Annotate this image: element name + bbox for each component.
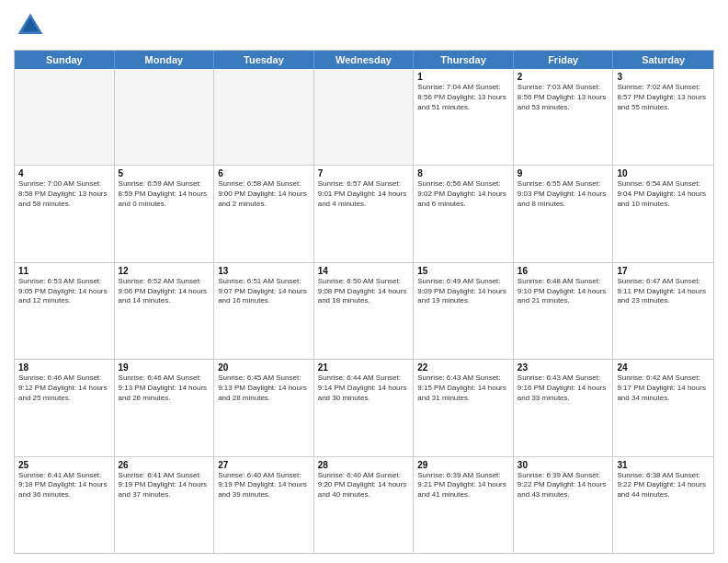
- day-info: Sunrise: 6:40 AM Sunset: 9:20 PM Dayligh…: [318, 471, 410, 500]
- day-info: Sunrise: 6:41 AM Sunset: 9:19 PM Dayligh…: [119, 471, 210, 500]
- day-cell-10: 10Sunrise: 6:54 AM Sunset: 9:04 PM Dayli…: [613, 166, 713, 261]
- day-info: Sunrise: 6:45 AM Sunset: 9:13 PM Dayligh…: [218, 373, 310, 403]
- day-number: 9: [518, 168, 609, 178]
- day-cell-22: 22Sunrise: 6:43 AM Sunset: 9:15 PM Dayli…: [414, 360, 514, 455]
- logo: [14, 9, 51, 42]
- day-number: 3: [617, 72, 710, 82]
- day-header-tuesday: Tuesday: [214, 51, 314, 69]
- day-header-thursday: Thursday: [414, 51, 514, 69]
- day-cell-11: 11Sunrise: 6:53 AM Sunset: 9:05 PM Dayli…: [15, 263, 115, 359]
- day-info: Sunrise: 7:02 AM Sunset: 8:57 PM Dayligh…: [617, 83, 710, 112]
- day-number: 20: [218, 362, 310, 373]
- week-row-5: 25Sunrise: 6:41 AM Sunset: 9:18 PM Dayli…: [15, 457, 713, 553]
- day-cell-24: 24Sunrise: 6:42 AM Sunset: 9:17 PM Dayli…: [613, 360, 713, 455]
- day-number: 14: [318, 266, 410, 276]
- day-number: 24: [617, 362, 710, 373]
- day-info: Sunrise: 6:53 AM Sunset: 9:05 PM Dayligh…: [18, 277, 110, 306]
- header: [14, 9, 714, 42]
- day-info: Sunrise: 6:40 AM Sunset: 9:19 PM Dayligh…: [218, 471, 310, 500]
- day-number: 28: [318, 460, 410, 470]
- day-number: 1: [417, 72, 509, 82]
- day-cell-29: 29Sunrise: 6:39 AM Sunset: 9:21 PM Dayli…: [414, 457, 514, 553]
- day-info: Sunrise: 6:46 AM Sunset: 9:12 PM Dayligh…: [18, 373, 110, 403]
- day-info: Sunrise: 7:00 AM Sunset: 8:58 PM Dayligh…: [18, 179, 110, 209]
- day-number: 5: [119, 168, 210, 178]
- day-cell-25: 25Sunrise: 6:41 AM Sunset: 9:18 PM Dayli…: [15, 457, 115, 553]
- day-number: 12: [119, 266, 210, 276]
- day-cell-7: 7Sunrise: 6:57 AM Sunset: 9:01 PM Daylig…: [314, 166, 415, 261]
- day-info: Sunrise: 6:50 AM Sunset: 9:08 PM Dayligh…: [318, 277, 410, 306]
- day-info: Sunrise: 6:44 AM Sunset: 9:14 PM Dayligh…: [318, 373, 410, 403]
- day-cell-14: 14Sunrise: 6:50 AM Sunset: 9:08 PM Dayli…: [314, 263, 415, 359]
- day-info: Sunrise: 6:47 AM Sunset: 9:11 PM Dayligh…: [617, 277, 710, 306]
- day-info: Sunrise: 6:43 AM Sunset: 9:16 PM Dayligh…: [518, 373, 609, 403]
- day-header-sunday: Sunday: [15, 51, 115, 69]
- day-info: Sunrise: 6:39 AM Sunset: 9:21 PM Dayligh…: [417, 471, 509, 500]
- day-info: Sunrise: 6:43 AM Sunset: 9:15 PM Dayligh…: [417, 373, 509, 403]
- day-number: 31: [617, 460, 710, 470]
- calendar-body: 1Sunrise: 7:04 AM Sunset: 8:56 PM Daylig…: [15, 69, 713, 553]
- day-cell-13: 13Sunrise: 6:51 AM Sunset: 9:07 PM Dayli…: [214, 263, 314, 359]
- day-info: Sunrise: 6:58 AM Sunset: 9:00 PM Dayligh…: [218, 179, 310, 209]
- day-number: 27: [218, 460, 310, 470]
- day-info: Sunrise: 6:38 AM Sunset: 9:22 PM Dayligh…: [617, 471, 710, 500]
- calendar: SundayMondayTuesdayWednesdayThursdayFrid…: [14, 50, 714, 554]
- day-cell-17: 17Sunrise: 6:47 AM Sunset: 9:11 PM Dayli…: [613, 263, 713, 359]
- day-cell-27: 27Sunrise: 6:40 AM Sunset: 9:19 PM Dayli…: [214, 457, 314, 553]
- day-info: Sunrise: 6:42 AM Sunset: 9:17 PM Dayligh…: [617, 373, 710, 403]
- empty-cell: [115, 69, 215, 165]
- day-number: 17: [617, 266, 710, 276]
- day-info: Sunrise: 6:46 AM Sunset: 9:13 PM Dayligh…: [119, 373, 210, 403]
- calendar-header: SundayMondayTuesdayWednesdayThursdayFrid…: [15, 51, 713, 69]
- week-row-3: 11Sunrise: 6:53 AM Sunset: 9:05 PM Dayli…: [15, 263, 713, 360]
- day-number: 23: [518, 362, 609, 373]
- day-info: Sunrise: 6:49 AM Sunset: 9:09 PM Dayligh…: [417, 277, 509, 306]
- day-info: Sunrise: 6:41 AM Sunset: 9:18 PM Dayligh…: [18, 471, 110, 500]
- day-header-saturday: Saturday: [613, 51, 713, 69]
- day-cell-26: 26Sunrise: 6:41 AM Sunset: 9:19 PM Dayli…: [115, 457, 215, 553]
- week-row-4: 18Sunrise: 6:46 AM Sunset: 9:12 PM Dayli…: [15, 360, 713, 456]
- day-info: Sunrise: 6:52 AM Sunset: 9:06 PM Dayligh…: [119, 277, 210, 306]
- day-number: 13: [218, 266, 310, 276]
- day-number: 11: [18, 266, 110, 276]
- page: SundayMondayTuesdayWednesdayThursdayFrid…: [0, 0, 728, 563]
- day-cell-12: 12Sunrise: 6:52 AM Sunset: 9:06 PM Dayli…: [115, 263, 215, 359]
- day-info: Sunrise: 6:48 AM Sunset: 9:10 PM Dayligh…: [518, 277, 609, 306]
- day-cell-18: 18Sunrise: 6:46 AM Sunset: 9:12 PM Dayli…: [15, 360, 115, 455]
- day-number: 10: [617, 168, 710, 178]
- day-number: 6: [218, 168, 310, 178]
- empty-cell: [15, 69, 115, 165]
- day-info: Sunrise: 6:54 AM Sunset: 9:04 PM Dayligh…: [617, 179, 710, 209]
- week-row-1: 1Sunrise: 7:04 AM Sunset: 8:56 PM Daylig…: [15, 69, 713, 166]
- day-cell-16: 16Sunrise: 6:48 AM Sunset: 9:10 PM Dayli…: [514, 263, 614, 359]
- day-cell-30: 30Sunrise: 6:39 AM Sunset: 9:22 PM Dayli…: [514, 457, 614, 553]
- day-cell-20: 20Sunrise: 6:45 AM Sunset: 9:13 PM Dayli…: [214, 360, 314, 455]
- day-info: Sunrise: 7:03 AM Sunset: 8:56 PM Dayligh…: [518, 83, 609, 112]
- day-cell-31: 31Sunrise: 6:38 AM Sunset: 9:22 PM Dayli…: [613, 457, 713, 553]
- day-cell-6: 6Sunrise: 6:58 AM Sunset: 9:00 PM Daylig…: [214, 166, 314, 261]
- day-cell-1: 1Sunrise: 7:04 AM Sunset: 8:56 PM Daylig…: [414, 69, 514, 165]
- day-info: Sunrise: 6:51 AM Sunset: 9:07 PM Dayligh…: [218, 277, 310, 306]
- day-header-wednesday: Wednesday: [314, 51, 415, 69]
- day-info: Sunrise: 6:55 AM Sunset: 9:03 PM Dayligh…: [518, 179, 609, 209]
- logo-icon: [14, 9, 47, 42]
- day-number: 22: [417, 362, 509, 373]
- day-number: 26: [119, 460, 210, 470]
- day-number: 2: [518, 72, 609, 82]
- day-info: Sunrise: 6:59 AM Sunset: 8:59 PM Dayligh…: [119, 179, 210, 209]
- day-cell-2: 2Sunrise: 7:03 AM Sunset: 8:56 PM Daylig…: [514, 69, 614, 165]
- day-cell-21: 21Sunrise: 6:44 AM Sunset: 9:14 PM Dayli…: [314, 360, 415, 455]
- week-row-2: 4Sunrise: 7:00 AM Sunset: 8:58 PM Daylig…: [15, 166, 713, 262]
- day-number: 21: [318, 362, 410, 373]
- day-header-friday: Friday: [514, 51, 614, 69]
- day-cell-23: 23Sunrise: 6:43 AM Sunset: 9:16 PM Dayli…: [514, 360, 614, 455]
- day-cell-3: 3Sunrise: 7:02 AM Sunset: 8:57 PM Daylig…: [613, 69, 713, 165]
- day-number: 7: [318, 168, 410, 178]
- day-number: 30: [518, 460, 609, 470]
- day-cell-19: 19Sunrise: 6:46 AM Sunset: 9:13 PM Dayli…: [115, 360, 215, 455]
- day-info: Sunrise: 6:39 AM Sunset: 9:22 PM Dayligh…: [518, 471, 609, 500]
- empty-cell: [214, 69, 314, 165]
- day-number: 4: [18, 168, 110, 178]
- day-cell-5: 5Sunrise: 6:59 AM Sunset: 8:59 PM Daylig…: [115, 166, 215, 261]
- day-cell-15: 15Sunrise: 6:49 AM Sunset: 9:09 PM Dayli…: [414, 263, 514, 359]
